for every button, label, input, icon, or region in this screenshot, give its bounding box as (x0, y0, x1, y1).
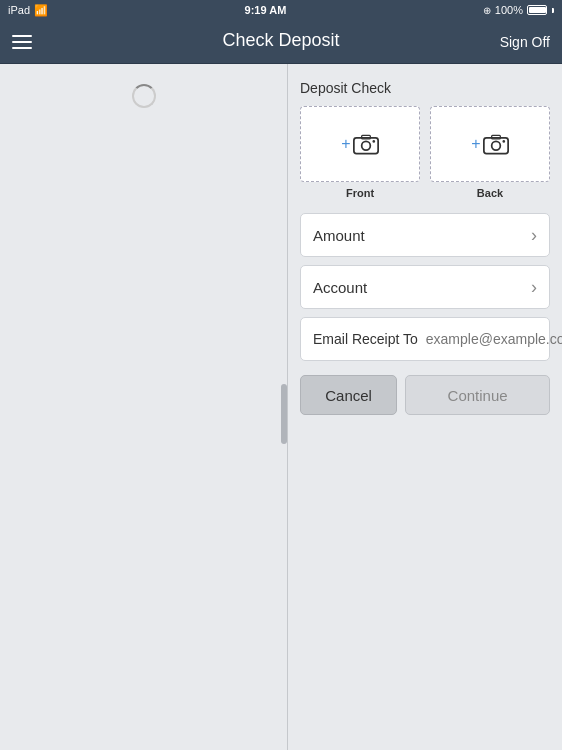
status-time: 9:19 AM (245, 4, 287, 16)
front-capture-button[interactable]: + (300, 106, 420, 182)
status-right: ⊕ 100% (483, 4, 554, 16)
continue-button[interactable]: Continue (405, 375, 550, 415)
front-camera-icon (353, 133, 379, 155)
nav-bar: Check Deposit Sign Off (0, 20, 562, 64)
back-label: Back (477, 187, 503, 199)
back-camera-icon (483, 133, 509, 155)
left-panel (0, 64, 288, 750)
battery-icon (527, 5, 547, 15)
svg-point-7 (502, 140, 505, 143)
cancel-button[interactable]: Cancel (300, 375, 397, 415)
sign-off-button[interactable]: Sign Off (500, 34, 550, 50)
loading-spinner (132, 84, 156, 108)
svg-rect-6 (491, 135, 500, 138)
amount-row[interactable]: Amount › (300, 213, 550, 257)
device-name: iPad (8, 4, 30, 16)
front-label: Front (346, 187, 374, 199)
account-chevron-icon: › (531, 277, 537, 298)
status-bar: iPad 📶 9:19 AM ⊕ 100% (0, 0, 562, 20)
email-row: Email Receipt To (300, 317, 550, 361)
front-plus-icon: + (341, 135, 350, 153)
scroll-handle[interactable] (281, 384, 287, 444)
email-input[interactable] (426, 331, 562, 347)
svg-rect-4 (484, 138, 508, 154)
wifi-icon: 📶 (34, 4, 48, 17)
amount-chevron-icon: › (531, 225, 537, 246)
account-row[interactable]: Account › (300, 265, 550, 309)
svg-rect-2 (361, 135, 370, 138)
section-title: Deposit Check (300, 80, 550, 96)
battery-tip (552, 8, 554, 13)
check-images-row: + Front + (300, 106, 550, 199)
back-check-box: + Back (430, 106, 550, 199)
battery-percent: 100% (495, 4, 523, 16)
location-icon: ⊕ (483, 5, 491, 16)
account-label: Account (313, 279, 367, 296)
svg-point-3 (372, 140, 375, 143)
back-capture-button[interactable]: + (430, 106, 550, 182)
buttons-row: Cancel Continue (300, 375, 550, 415)
menu-button[interactable] (12, 35, 32, 49)
email-label: Email Receipt To (313, 331, 418, 347)
svg-rect-0 (354, 138, 378, 154)
amount-label: Amount (313, 227, 365, 244)
status-left: iPad 📶 (8, 4, 48, 17)
right-panel: Deposit Check + Front + (288, 64, 562, 750)
back-plus-icon: + (471, 135, 480, 153)
main-container: Deposit Check + Front + (0, 64, 562, 750)
page-title: Check Deposit (222, 30, 339, 51)
front-check-box: + Front (300, 106, 420, 199)
